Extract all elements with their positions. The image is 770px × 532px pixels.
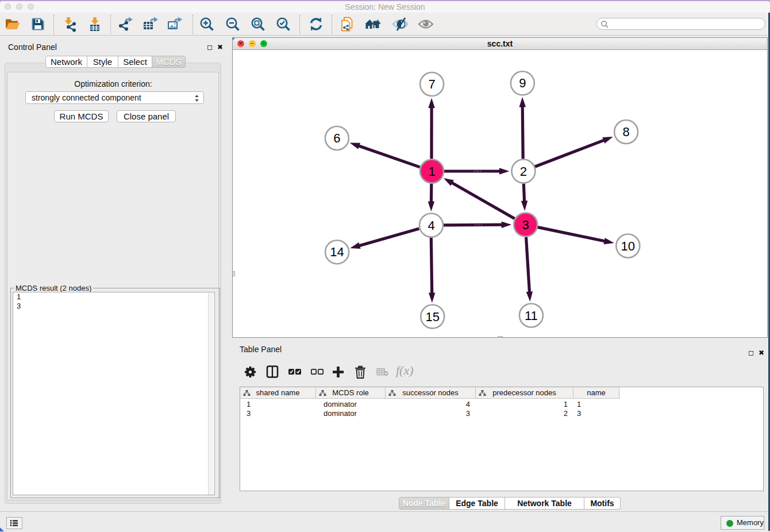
svg-text:8: 8 bbox=[622, 125, 629, 139]
svg-text:7: 7 bbox=[428, 77, 435, 91]
svg-text:9: 9 bbox=[519, 76, 526, 90]
svg-text:10: 10 bbox=[621, 239, 635, 253]
svg-text:3: 3 bbox=[522, 218, 529, 232]
svg-text:11: 11 bbox=[525, 309, 538, 323]
svg-text:6: 6 bbox=[333, 131, 340, 145]
svg-text:14: 14 bbox=[330, 245, 344, 259]
svg-text:2: 2 bbox=[520, 164, 527, 179]
svg-text:1: 1 bbox=[428, 164, 435, 179]
svg-text:15: 15 bbox=[425, 310, 439, 324]
svg-text:4: 4 bbox=[428, 218, 434, 233]
